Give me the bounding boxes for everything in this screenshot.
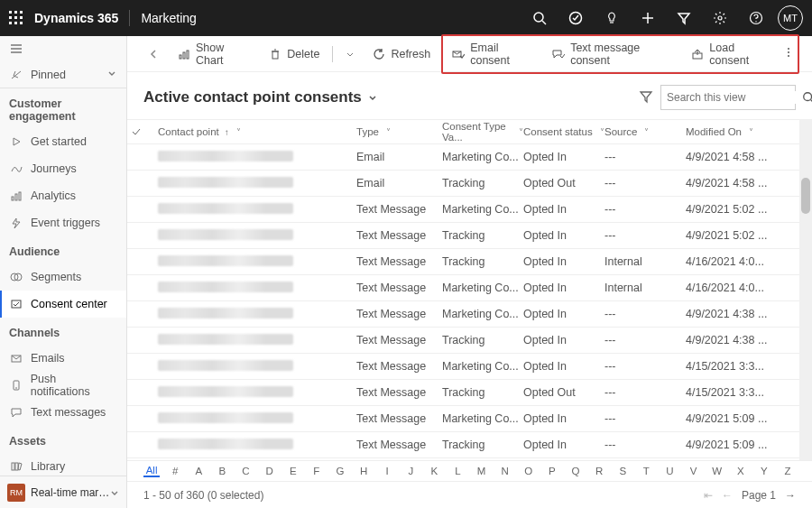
waffle-icon[interactable] — [9, 11, 23, 25]
alpha-all[interactable]: All — [143, 465, 160, 477]
table-row[interactable]: Text Message Marketing Co... Opted In In… — [127, 275, 799, 301]
alpha-a[interactable]: A — [190, 466, 207, 476]
email-consent-button[interactable]: Email consent — [445, 38, 543, 70]
alpha-b[interactable]: B — [214, 466, 230, 476]
more-commands-button[interactable] — [781, 42, 796, 65]
col-modified-on[interactable]: Modified On˅ — [686, 126, 785, 137]
delete-split-button[interactable] — [338, 46, 362, 62]
alpha-h[interactable]: H — [355, 466, 372, 476]
table-row[interactable]: Text Message Tracking Opted In Internal … — [127, 249, 799, 275]
brand-label[interactable]: Dynamics 365 — [34, 11, 118, 25]
assistant-icon[interactable] — [558, 0, 594, 36]
sidebar-item-analytics[interactable]: Analytics — [0, 182, 126, 209]
alpha-x[interactable]: X — [733, 466, 749, 476]
search-box[interactable] — [660, 85, 796, 110]
svg-rect-30 — [12, 463, 14, 470]
alpha-o[interactable]: O — [521, 466, 537, 476]
help-icon[interactable] — [738, 0, 774, 36]
refresh-button[interactable]: Refresh — [365, 44, 438, 64]
svg-rect-8 — [20, 22, 23, 24]
sidebar-item-journeys[interactable]: Journeys — [0, 155, 126, 182]
sidebar-item-consent-center[interactable]: Consent center — [0, 291, 126, 318]
alpha-s[interactable]: S — [614, 466, 631, 476]
table-row[interactable]: Text Message Tracking Opted In --- 4/9/2… — [127, 223, 799, 249]
next-page-button[interactable]: → — [785, 489, 796, 502]
alpha-n[interactable]: N — [497, 466, 513, 476]
add-icon[interactable] — [630, 0, 666, 36]
load-consent-button[interactable]: Load consent — [684, 38, 780, 70]
alpha-i[interactable]: I — [379, 466, 395, 476]
user-avatar[interactable]: MT — [778, 5, 803, 31]
table-row[interactable]: Text Message Marketing Co... Opted In --… — [127, 406, 799, 432]
sidebar-item-library[interactable]: Library — [0, 453, 126, 476]
alpha-w[interactable]: W — [709, 466, 725, 476]
alpha-t[interactable]: T — [638, 466, 654, 476]
area-switcher[interactable]: RM Real-time marketi... — [0, 476, 126, 508]
col-contact-point[interactable]: Contact point↑˅ — [158, 126, 356, 137]
prev-page-button[interactable]: ← — [722, 489, 733, 502]
col-consent-status[interactable]: Consent status˅ — [523, 126, 604, 137]
select-all-checkbox[interactable] — [131, 126, 158, 137]
svg-point-44 — [788, 51, 789, 53]
table-row[interactable]: Text Message Marketing Co... Opted In --… — [127, 354, 799, 380]
gear-icon[interactable] — [702, 0, 738, 36]
alpha-m[interactable]: M — [474, 466, 490, 476]
filter-icon[interactable] — [666, 0, 702, 36]
module-label[interactable]: Marketing — [141, 11, 196, 25]
sidebar-item-event-triggers[interactable]: Event triggers — [0, 209, 126, 236]
text-consent-button[interactable]: Text message consent — [545, 38, 682, 70]
alpha-u[interactable]: U — [661, 466, 678, 476]
table-row[interactable]: Text Message Marketing Co... Opted In --… — [127, 301, 799, 328]
alpha-f[interactable]: F — [309, 466, 325, 476]
table-row[interactable]: Text Message Tracking Opted In --- 4/9/2… — [127, 432, 799, 458]
cell-status: Opted In — [523, 229, 604, 242]
table-row[interactable]: Email Marketing Co... Opted In --- 4/9/2… — [127, 144, 799, 171]
sidebar-item-text-messages[interactable]: Text messages — [0, 399, 126, 426]
alpha-y[interactable]: Y — [756, 466, 772, 476]
search-icon[interactable] — [521, 0, 558, 36]
sidebar-item-emails[interactable]: Emails — [0, 345, 126, 372]
alpha-c[interactable]: C — [237, 466, 254, 476]
alpha-k[interactable]: K — [426, 466, 442, 476]
sidebar-item-push[interactable]: Push notifications — [0, 372, 126, 399]
alpha-v[interactable]: V — [686, 466, 702, 476]
table-row[interactable]: Text Message Tracking Opted Out --- 4/15… — [127, 380, 799, 406]
view-title-dropdown[interactable]: Active contact point consents — [143, 88, 378, 106]
col-type[interactable]: Type˅ — [356, 126, 442, 137]
table-row[interactable]: Text Message Marketing Co... Opted In --… — [127, 197, 799, 223]
cell-modified: 4/15/2021 3:3... — [686, 360, 785, 373]
show-chart-button[interactable]: Show Chart — [171, 38, 258, 70]
alpha-#[interactable]: # — [167, 466, 183, 476]
col-source[interactable]: Source˅ — [604, 126, 686, 137]
back-button[interactable] — [140, 44, 167, 64]
delete-button[interactable]: Delete — [262, 44, 327, 64]
cell-source: --- — [604, 229, 686, 242]
alpha-e[interactable]: E — [285, 466, 301, 476]
search-input[interactable] — [667, 91, 802, 104]
sidebar-item-get-started[interactable]: Get started — [0, 128, 126, 155]
alpha-g[interactable]: G — [332, 466, 348, 476]
view-filter-button[interactable] — [632, 86, 660, 110]
alpha-l[interactable]: L — [449, 466, 466, 476]
alpha-p[interactable]: P — [544, 466, 560, 476]
highlighted-commands: Email consent Text message consent Load … — [441, 34, 799, 74]
vertical-scrollbar[interactable] — [799, 119, 812, 460]
cell-source: --- — [604, 439, 686, 451]
hamburger-button[interactable] — [0, 36, 126, 61]
cell-source: --- — [604, 308, 686, 320]
table-row[interactable]: Text Message Tracking Opted In --- 4/9/2… — [127, 328, 799, 354]
alpha-z[interactable]: Z — [780, 466, 796, 476]
contact-point-redacted — [158, 439, 293, 449]
svg-point-15 — [718, 16, 722, 20]
pinned-section[interactable]: Pinned — [0, 61, 126, 88]
col-consent-type[interactable]: Consent Type Va...˅ — [442, 121, 523, 143]
alpha-d[interactable]: D — [262, 466, 278, 476]
first-page-button[interactable]: ⇤ — [704, 489, 713, 502]
lightbulb-icon[interactable] — [594, 0, 630, 36]
table-row[interactable]: Email Tracking Opted Out --- 4/9/2021 4:… — [127, 171, 799, 197]
alpha-r[interactable]: R — [591, 466, 607, 476]
alpha-j[interactable]: J — [402, 466, 419, 476]
cell-status: Opted In — [523, 255, 604, 268]
alpha-q[interactable]: Q — [567, 466, 584, 476]
sidebar-item-segments[interactable]: Segments — [0, 263, 126, 291]
